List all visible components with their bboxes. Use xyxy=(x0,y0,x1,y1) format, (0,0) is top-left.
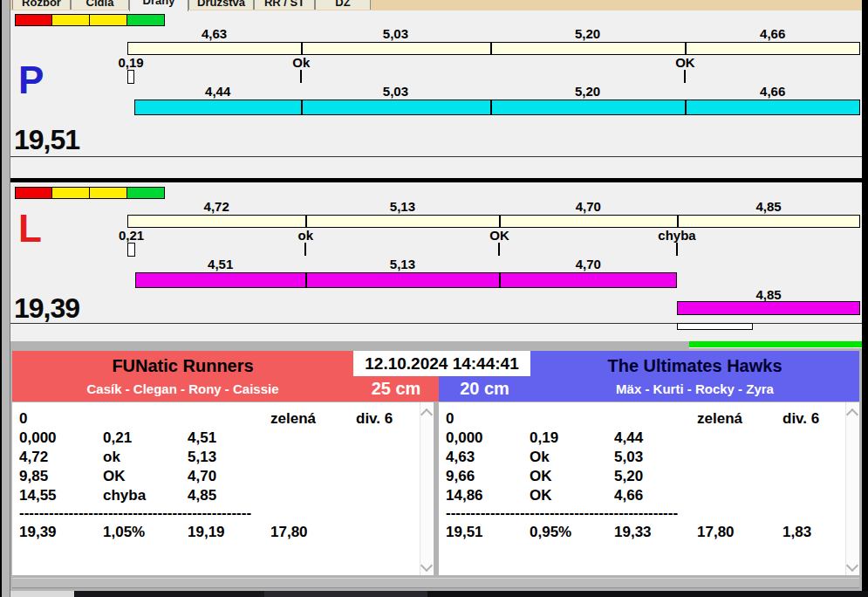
lane-letter: L xyxy=(18,209,42,248)
right-edge xyxy=(862,0,868,591)
chevron-up-icon xyxy=(846,408,858,421)
table-total-cell: 17,80 xyxy=(270,524,308,541)
table-total-cell: 1,83 xyxy=(783,524,811,541)
table-cell: 5,20 xyxy=(614,468,643,485)
table-cell: 0,21 xyxy=(103,429,132,447)
table-cell: 4,44 xyxy=(614,429,643,447)
table-cell: 4,63 xyxy=(446,449,475,466)
table-cell: 4,66 xyxy=(614,487,643,504)
taskbar-segment[interactable] xyxy=(264,591,427,597)
lane-letter: P xyxy=(18,61,44,100)
table-cell: 9,66 xyxy=(446,468,475,485)
chevron-down-icon xyxy=(420,559,433,572)
table-cell: OK xyxy=(103,468,126,485)
tab-rr-st[interactable]: RR / ST xyxy=(254,0,315,10)
scroll-down-button[interactable] xyxy=(420,559,433,572)
measured-length-label: 5,13 xyxy=(305,257,499,271)
team-name-right: The Ultimates Hawks xyxy=(530,356,859,376)
sector-bar-planned xyxy=(127,215,860,228)
measured-length-label: 5,03 xyxy=(301,84,489,99)
footer-strip xyxy=(12,578,859,588)
start-offset-label: 0,21 xyxy=(97,228,167,243)
sensor-tick xyxy=(498,243,500,256)
sector-length-label: 4,63 xyxy=(127,26,301,41)
table-cell: div. 6 xyxy=(356,410,393,428)
table-cell: div. 6 xyxy=(783,410,819,428)
measured-length-label: 4,70 xyxy=(499,257,677,271)
distance-left: 25 cm xyxy=(353,379,439,399)
table-cell: 4,72 xyxy=(19,449,48,466)
scroll-down-button[interactable] xyxy=(846,559,858,572)
sector-divider xyxy=(685,100,687,114)
table-separator: ----------------------------------------… xyxy=(19,504,251,522)
scrollbar[interactable] xyxy=(845,402,858,575)
table-cell: OK xyxy=(530,487,552,504)
start-offset-label: 0,19 xyxy=(96,55,166,70)
table-cell: 4,85 xyxy=(188,487,216,504)
measured-length-label: 5,20 xyxy=(490,84,686,99)
sensor-status-label: chyba xyxy=(638,228,716,243)
scrollbar[interactable] xyxy=(420,402,433,575)
tab-dr-hy[interactable]: Dráhy xyxy=(129,0,188,11)
sector-length-label: 5,20 xyxy=(490,26,686,41)
table-cell: 9,85 xyxy=(19,468,48,485)
scroll-up-button[interactable] xyxy=(420,406,433,418)
tab-dz[interactable]: DZ xyxy=(315,0,371,10)
status-square xyxy=(126,14,165,26)
tab-dru-stva[interactable]: Družstva xyxy=(188,0,254,10)
sector-length-label: 5,03 xyxy=(301,26,489,41)
measured-length-label: 4,44 xyxy=(134,84,301,99)
taskbar-segment[interactable] xyxy=(74,591,264,597)
table-total-cell: 1,05% xyxy=(103,524,145,541)
table-total-cell: 0,95% xyxy=(530,524,571,541)
taskbar xyxy=(0,591,868,597)
table-cell: 4,70 xyxy=(188,468,216,485)
sensor-status-label: OK xyxy=(646,55,724,70)
measured-length-label: 4,85 xyxy=(677,287,860,302)
lane-panel-L: 4,725,134,704,850,21okOKchyba4,515,134,7… xyxy=(10,182,862,323)
table-cell: zelená xyxy=(270,410,316,428)
sector-divider xyxy=(677,216,679,227)
sector-divider xyxy=(490,100,492,114)
status-square xyxy=(51,187,90,199)
sector-length-label: 4,72 xyxy=(127,199,305,214)
sector-bar-measured xyxy=(134,100,860,115)
tab--idla[interactable]: Čidla xyxy=(71,0,129,10)
sector-length-label: 4,85 xyxy=(677,199,860,214)
sector-divider xyxy=(301,100,303,114)
start-offset-marker xyxy=(127,243,135,257)
tab-rozbor[interactable]: Rozbor xyxy=(12,0,71,10)
chevron-down-icon xyxy=(846,559,858,572)
sector-divider xyxy=(305,273,307,287)
table-cell: 4,51 xyxy=(188,429,216,447)
table-total-cell: 19,51 xyxy=(446,524,483,541)
sector-bar-measured-dropped xyxy=(677,301,860,315)
sensor-tick xyxy=(304,243,306,256)
timestamp: 12.10.2024 14:44:41 xyxy=(353,351,530,376)
table-cell: chyba xyxy=(103,487,146,504)
progress-bar xyxy=(689,341,862,348)
table-total-cell: 19,39 xyxy=(19,524,57,541)
table-cell: Ok xyxy=(530,449,550,466)
team-members-left: Casík - Clegan - Rony - Caissie xyxy=(12,381,353,396)
table-cell: 14,55 xyxy=(19,487,57,504)
left-border-line xyxy=(10,0,10,597)
sector-divider xyxy=(499,273,501,287)
sector-divider xyxy=(490,43,492,54)
chevron-up-icon xyxy=(420,408,433,421)
table-cell: 0 xyxy=(19,410,27,428)
sector-length-label: 5,13 xyxy=(305,199,499,214)
team-members-right: Mäx - Kurti - Rocky - Zyra xyxy=(530,381,859,396)
team-name-left: FUNatic Runners xyxy=(12,356,353,376)
sector-length-label: 4,70 xyxy=(499,199,677,214)
scroll-up-button[interactable] xyxy=(846,406,858,418)
sensor-status-label: ok xyxy=(266,228,345,243)
status-square xyxy=(51,14,90,26)
sensor-tick xyxy=(684,70,686,83)
sensor-tick xyxy=(676,243,678,256)
sensor-status-label: Ok xyxy=(262,55,340,70)
status-square xyxy=(15,187,52,199)
sector-divider xyxy=(685,43,687,54)
status-square xyxy=(89,14,127,26)
taskbar-segment[interactable] xyxy=(0,591,74,597)
